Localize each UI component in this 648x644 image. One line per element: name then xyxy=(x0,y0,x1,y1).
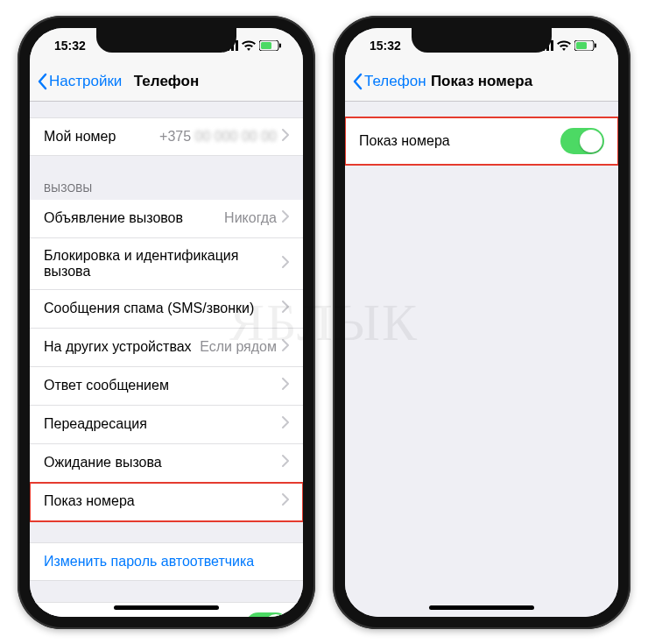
wifi-icon xyxy=(557,40,571,51)
row-spam[interactable]: Сообщения спама (SMS/звонки) xyxy=(30,290,303,329)
chevron-right-icon xyxy=(282,378,289,393)
row-label: Переадресация xyxy=(44,416,147,432)
screen-left: 15:32 Настройки Телефон xyxy=(30,28,303,617)
row-label: Блокировка и идентификация вызова xyxy=(44,248,282,280)
notch xyxy=(412,28,552,53)
row-label: Объявление вызовов xyxy=(44,210,183,226)
row-block-id[interactable]: Блокировка и идентификация вызова xyxy=(30,238,303,290)
chevron-right-icon xyxy=(282,256,289,272)
show-caller-id-toggle[interactable] xyxy=(560,128,604,154)
chevron-right-icon xyxy=(282,210,289,226)
chevron-right-icon xyxy=(282,129,289,145)
chevron-right-icon xyxy=(282,339,289,355)
home-indicator[interactable] xyxy=(114,605,219,610)
svg-rect-12 xyxy=(576,42,587,49)
phone-right: 15:32 Телефон Показ номера xyxy=(333,16,630,629)
content-left: Мой номер +375 00 000 00 00 ВЫЗОВЫ Объяв… xyxy=(30,102,303,617)
chevron-left-icon xyxy=(37,73,47,90)
svg-rect-5 xyxy=(261,42,271,49)
home-indicator[interactable] xyxy=(429,605,534,610)
row-value: Если рядом xyxy=(200,339,277,355)
row-change-voicemail-password[interactable]: Изменить пароль автоответчика xyxy=(30,542,303,581)
content-right: Показ номера xyxy=(345,102,618,617)
row-announce-calls[interactable]: Объявление вызовов Никогда xyxy=(30,200,303,238)
row-label: На других устройствах xyxy=(44,339,192,355)
row-label: Изменить пароль автоответчика xyxy=(44,554,254,570)
chevron-right-icon xyxy=(282,455,289,471)
group-header-calls: ВЫЗОВЫ xyxy=(30,177,303,200)
nav-bar: Настройки Телефон xyxy=(30,63,303,102)
screen-right: 15:32 Телефон Показ номера xyxy=(345,28,618,617)
row-label: Сообщения спама (SMS/звонки) xyxy=(44,301,254,316)
back-label: Настройки xyxy=(49,73,122,90)
row-label: Ожидание вызова xyxy=(44,455,162,471)
row-call-waiting[interactable]: Ожидание вызова xyxy=(30,444,303,483)
row-label: Ответ сообщением xyxy=(44,378,169,393)
row-label: Мой номер xyxy=(44,129,116,145)
back-label: Телефон xyxy=(364,73,426,90)
row-my-number[interactable]: Мой номер +375 00 000 00 00 xyxy=(30,117,303,156)
status-time: 15:32 xyxy=(370,39,401,53)
row-value: Никогда xyxy=(224,210,277,226)
svg-rect-10 xyxy=(551,40,553,51)
row-forwarding[interactable]: Переадресация xyxy=(30,406,303,444)
chevron-right-icon xyxy=(282,301,289,316)
back-button[interactable]: Телефон xyxy=(352,73,426,90)
status-time: 15:32 xyxy=(54,39,86,53)
row-other-devices[interactable]: На других устройствах Если рядом xyxy=(30,329,303,367)
svg-rect-13 xyxy=(595,43,596,47)
svg-rect-3 xyxy=(236,40,238,51)
back-button[interactable]: Настройки xyxy=(37,73,122,90)
chevron-right-icon xyxy=(282,493,289,509)
row-label: Показ номера xyxy=(359,133,450,149)
battery-icon xyxy=(259,40,282,51)
svg-rect-6 xyxy=(279,43,281,47)
row-label: Показ номера xyxy=(44,493,135,509)
nav-bar: Телефон Показ номера xyxy=(345,63,618,102)
battery-icon xyxy=(574,40,597,51)
phone-left: 15:32 Настройки Телефон xyxy=(18,16,315,629)
row-show-caller-id-toggle: Показ номера xyxy=(345,117,618,165)
notch xyxy=(96,28,236,53)
row-show-caller-id[interactable]: Показ номера xyxy=(30,483,303,521)
chevron-right-icon xyxy=(282,416,289,432)
row-reply-message[interactable]: Ответ сообщением xyxy=(30,367,303,406)
chevron-left-icon xyxy=(352,73,363,90)
my-number-value: +375 00 000 00 00 xyxy=(159,129,277,145)
dial-assist-toggle[interactable] xyxy=(245,612,289,617)
wifi-icon xyxy=(242,40,256,51)
